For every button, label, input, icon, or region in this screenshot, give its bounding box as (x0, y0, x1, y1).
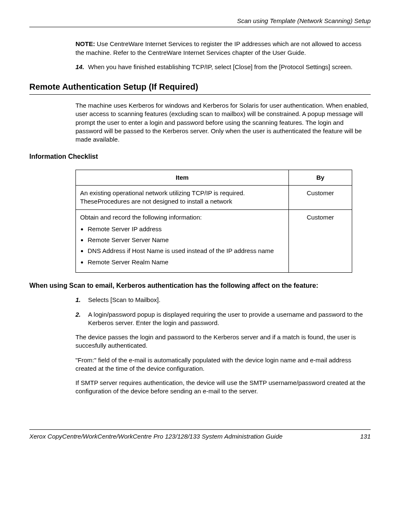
effect-paragraph: The device passes the login and password… (75, 333, 371, 350)
step-14: 14. When you have finished establishing … (75, 63, 371, 71)
table-header-item: Item (76, 170, 289, 185)
step-14-text: When you have finished establishing TCP/… (88, 63, 371, 71)
footer-page-number: 131 (360, 432, 371, 441)
note-label: NOTE: (75, 40, 95, 47)
effect-step-1-number: 1. (75, 296, 88, 304)
checklist-table: Item By An existing operational network … (75, 170, 352, 273)
list-item: Remote Server Server Name (88, 236, 284, 244)
list-item: Remote Server Realm Name (88, 258, 284, 266)
table-cell-item: An existing operational network utilizin… (76, 186, 289, 210)
note-text: Use CentreWare Internet Services to regi… (75, 40, 361, 56)
step-14-number: 14. (75, 63, 88, 71)
table-cell-by: Customer (289, 186, 352, 210)
section-title: Remote Authentication Setup (If Required… (29, 81, 371, 95)
effect-step-1-text: Selects [Scan to Mailbox]. (88, 296, 371, 304)
effect-heading: When using Scan to email, Kerberos authe… (29, 281, 371, 290)
effect-paragraph: "From:" field of the e-mail is automatic… (75, 356, 371, 373)
effect-paragraph: If SMTP server requires authentication, … (75, 379, 371, 396)
footer-title: Xerox CopyCentre/WorkCentre/WorkCentre P… (29, 432, 283, 441)
table-cell-item: Obtain and record the following informat… (76, 209, 289, 272)
table-row: Obtain and record the following informat… (76, 209, 352, 272)
section-intro: The machine uses Kerberos for windows an… (75, 101, 371, 144)
effect-step-2: 2. A login/password popup is displayed r… (75, 310, 371, 328)
table-cell-by: Customer (289, 209, 352, 272)
running-head: Scan using Template (Network Scanning) S… (29, 17, 371, 27)
checklist-heading: Information Checklist (29, 152, 371, 161)
row2-bullet-list: Remote Server IP address Remote Server S… (80, 225, 284, 266)
effect-step-2-text: A login/password popup is displayed requ… (88, 310, 371, 328)
table-header-by: By (289, 170, 352, 185)
table-row: An existing operational network utilizin… (76, 186, 352, 210)
effect-step-2-number: 2. (75, 310, 88, 328)
list-item: Remote Server IP address (88, 225, 284, 233)
effect-step-1: 1. Selects [Scan to Mailbox]. (75, 296, 371, 304)
row2-intro: Obtain and record the following informat… (80, 213, 284, 222)
page-footer: Xerox CopyCentre/WorkCentre/WorkCentre P… (29, 429, 371, 441)
list-item: DNS Address if Host Name is used instead… (88, 247, 284, 255)
note-paragraph: NOTE: Use CentreWare Internet Services t… (75, 40, 371, 57)
